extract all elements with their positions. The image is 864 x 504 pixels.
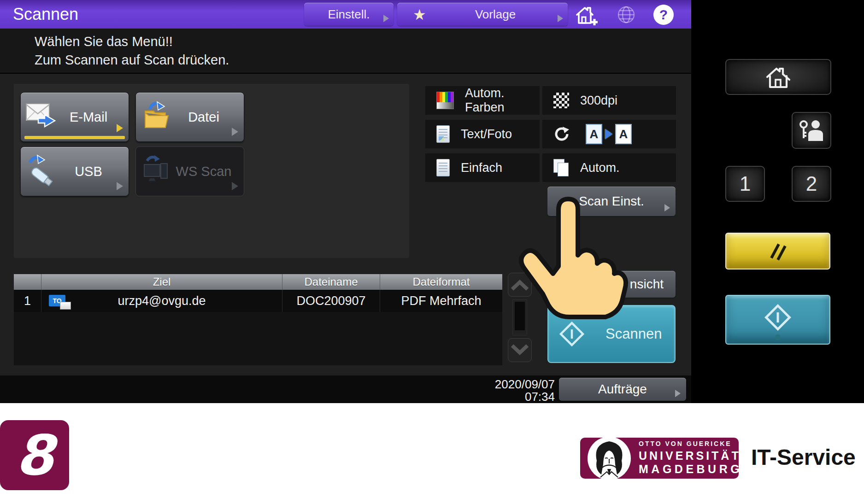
submenu-arrow-icon — [232, 182, 238, 190]
home-hardware-button[interactable] — [725, 59, 831, 95]
table-header: Ziel Dateiname Dateiformat — [14, 274, 502, 290]
chevron-down-icon — [511, 344, 529, 356]
submenu-arrow-icon — [117, 124, 123, 132]
home-icon — [764, 65, 792, 89]
jobs-button[interactable]: Aufträge — [559, 378, 686, 401]
printer-panel: Scannen Einstell. ★ Vorlage — [0, 0, 864, 504]
rotate-icon — [553, 126, 570, 142]
color-swatch-icon — [436, 92, 454, 109]
globe-icon[interactable] — [616, 6, 637, 24]
user-access-button[interactable] — [792, 112, 831, 149]
email-label: E-Mail — [53, 93, 124, 141]
usb-label: USB — [53, 147, 124, 196]
email-button[interactable]: E-Mail — [20, 92, 129, 142]
date: 2020/09/07 — [495, 378, 555, 391]
settings-menu-button[interactable]: Einstell. — [304, 3, 394, 26]
step-number-badge: 8 — [0, 420, 69, 490]
logo-line-1: OTTO VON GUERICKE — [639, 440, 742, 447]
size-label: Autom. — [580, 161, 620, 175]
template-button[interactable]: ★ Vorlage — [397, 3, 568, 26]
scroll-down-button[interactable] — [508, 338, 532, 362]
orientation-a-left: A — [586, 124, 602, 144]
chevron-right-icon — [675, 390, 681, 397]
sides-setting[interactable]: Einfach — [425, 153, 540, 182]
user-key-1[interactable]: 1 — [725, 166, 765, 202]
title-bar: Scannen Einstell. ★ Vorlage — [0, 0, 691, 29]
file-button[interactable]: Datei — [135, 92, 244, 142]
color-mode-setting[interactable]: Autom. Farben — [425, 86, 540, 115]
resolution-icon — [553, 93, 569, 108]
key-1-label: 1 — [740, 172, 751, 195]
reset-slashes-icon — [766, 240, 790, 262]
help-glyph: ? — [659, 7, 668, 23]
user-key-icon — [799, 119, 824, 142]
logo-line-3: MAGDEBURG — [639, 463, 742, 475]
document-icon — [436, 125, 450, 143]
pointing-hand-cursor — [507, 195, 641, 329]
it-service-label: IT-Service — [751, 445, 856, 470]
usb-button[interactable]: USB — [20, 147, 129, 196]
size-setting[interactable]: Autom. — [542, 153, 676, 182]
star-icon: ★ — [413, 5, 426, 25]
resolution-setting[interactable]: 300dpi — [542, 86, 676, 115]
sides-label: Einfach — [461, 161, 502, 175]
page-title: Scannen — [13, 0, 78, 29]
submenu-arrow-icon — [232, 128, 238, 136]
user-key-2[interactable]: 2 — [792, 166, 831, 202]
jobs-label: Aufträge — [598, 382, 647, 397]
header-num — [14, 274, 41, 290]
message-line-1: Wählen Sie das Menü!! — [35, 34, 173, 49]
to-envelope-icon: TO — [49, 295, 65, 306]
orientation-a-right: A — [615, 124, 632, 144]
resolution-label: 300dpi — [580, 94, 617, 108]
row-fileformat: PDF Mehrfach — [380, 290, 502, 312]
original-mode-label: Text/Foto — [461, 127, 512, 141]
chevron-right-icon — [558, 15, 563, 22]
settings-menu-label: Einstell. — [328, 7, 370, 22]
touchscreen: Scannen Einstell. ★ Vorlage — [0, 0, 691, 403]
document-icon — [436, 159, 450, 176]
original-mode-setting[interactable]: Text/Foto — [425, 120, 540, 148]
hardware-panel: 1 2 — [691, 0, 864, 403]
datetime: 2020/09/07 07:34 — [495, 378, 555, 403]
file-label: Datei — [168, 93, 239, 141]
message-area: Wählen Sie das Menü!! Zum Scannen auf Sc… — [0, 29, 691, 74]
row-destination: TO urzp4@ovgu.de — [41, 290, 282, 312]
table-row[interactable]: 1 TO urzp4@ovgu.de DOC200907 PDF Mehrfac… — [14, 290, 502, 312]
row-number: 1 — [14, 290, 41, 312]
header-ziel: Ziel — [41, 274, 282, 290]
destination-address: urzp4@ovgu.de — [118, 294, 206, 308]
header-dateiformat: Dateiformat — [380, 274, 502, 290]
message-line-2: Zum Scannen auf Scan drücken. — [35, 53, 229, 68]
table-empty-area — [14, 312, 502, 365]
pages-icon — [553, 159, 569, 176]
ws-scan-button-disabled[interactable]: WS Scan — [135, 147, 244, 196]
orientation-preview: A A — [586, 124, 632, 144]
rotation-setting[interactable]: A A — [542, 120, 676, 148]
ovgu-logo-text: OTTO VON GUERICKE UNIVERSITÄT MAGDEBURG — [639, 440, 742, 475]
start-led — [775, 334, 781, 340]
selected-indicator — [24, 136, 125, 139]
logo-line-2: UNIVERSITÄT — [639, 450, 742, 462]
color-mode-label: Autom. Farben — [465, 86, 540, 115]
chevron-right-icon — [383, 15, 389, 22]
start-diamond-icon — [764, 303, 792, 332]
arrow-right-icon — [605, 129, 612, 139]
help-icon[interactable]: ? — [653, 5, 674, 25]
key-2-label: 2 — [806, 172, 817, 195]
guericke-portrait — [588, 437, 631, 480]
home-add-icon[interactable] — [574, 5, 601, 26]
function-clear-button[interactable] — [725, 233, 830, 270]
row-filename: DOC200907 — [282, 290, 380, 312]
chevron-right-icon — [664, 204, 670, 211]
template-label: Vorlage — [475, 7, 516, 22]
header-dateiname: Dateiname — [282, 274, 380, 290]
slide-footer: 8 OTTO VON GUERICKE UNIVERSITÄT MAGDEBUR… — [0, 403, 864, 504]
ws-scan-label: WS Scan — [168, 147, 239, 196]
start-hardware-button[interactable] — [725, 295, 830, 345]
time: 07:34 — [495, 391, 555, 403]
submenu-arrow-icon — [117, 182, 123, 190]
